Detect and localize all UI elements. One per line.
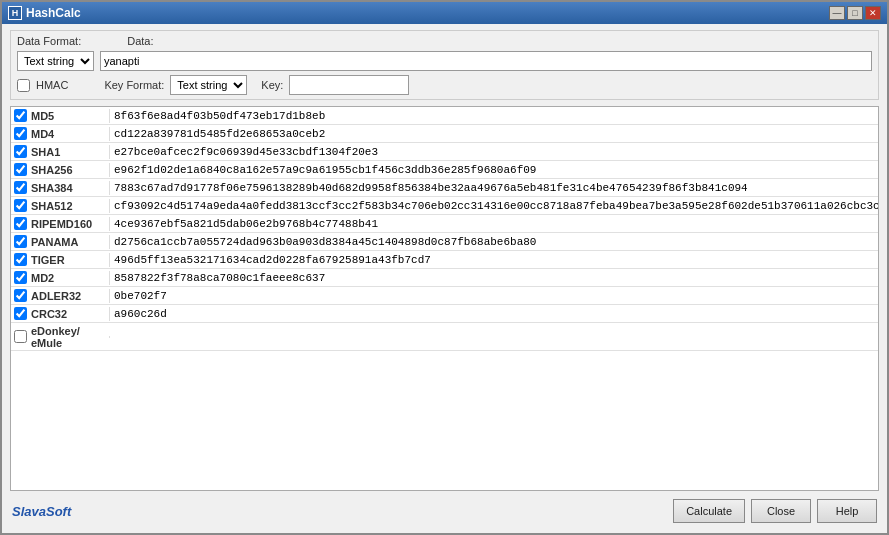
data-input[interactable] <box>100 51 872 71</box>
table-row: CRC32 a960c26d <box>11 305 878 323</box>
calculate-button[interactable]: Calculate <box>673 499 745 523</box>
sha512-value: cf93092c4d5174a9eda4a0fedd3813ccf3cc2f58… <box>109 199 878 213</box>
md5-checkbox[interactable] <box>14 109 27 122</box>
main-content: Data Format: Data: Text string Hex strin… <box>2 24 887 533</box>
sha1-value: e27bce0afcec2f9c06939d45e33cbdf1304f20e3 <box>109 145 878 159</box>
help-button[interactable]: Help <box>817 499 877 523</box>
sha512-label: SHA512 <box>29 200 109 212</box>
table-row: SHA1 e27bce0afcec2f9c06939d45e33cbdf1304… <box>11 143 878 161</box>
ripemd160-label: RIPEMD160 <box>29 218 109 230</box>
hash-results-table: MD5 8f63f6e8ad4f03b50df473eb17d1b8eb MD4… <box>10 106 879 491</box>
app-icon: H <box>8 6 22 20</box>
emule-value <box>109 336 878 338</box>
key-label: Key: <box>261 79 283 91</box>
md5-value: 8f63f6e8ad4f03b50df473eb17d1b8eb <box>109 109 878 123</box>
sha256-checkbox[interactable] <box>14 163 27 176</box>
window-title: HashCalc <box>26 6 81 20</box>
adler32-value: 0be702f7 <box>109 289 878 303</box>
hmac-label: HMAC <box>36 79 68 91</box>
panama-label: PANAMA <box>29 236 109 248</box>
ripemd160-checkbox-cell <box>11 217 29 230</box>
emule-checkbox-cell <box>11 330 29 343</box>
table-row: PANAMA d2756ca1ccb7a055724dad963b0a903d8… <box>11 233 878 251</box>
sha256-label: SHA256 <box>29 164 109 176</box>
table-row: SHA512 cf93092c4d5174a9eda4a0fedd3813ccf… <box>11 197 878 215</box>
crc32-label: CRC32 <box>29 308 109 320</box>
table-row: MD2 8587822f3f78a8ca7080c1faeee8c637 <box>11 269 878 287</box>
config-section: Data Format: Data: Text string Hex strin… <box>10 30 879 100</box>
footer-buttons: Calculate Close Help <box>673 499 877 523</box>
adler32-label: ADLER32 <box>29 290 109 302</box>
table-row: MD4 cd122a839781d5485fd2e68653a0ceb2 <box>11 125 878 143</box>
titlebar-controls: — □ ✕ <box>829 6 881 20</box>
brand-label: SlavaSoft <box>12 504 71 519</box>
titlebar-left: H HashCalc <box>8 6 81 20</box>
minimize-button[interactable]: — <box>829 6 845 20</box>
md4-checkbox[interactable] <box>14 127 27 140</box>
sha384-label: SHA384 <box>29 182 109 194</box>
close-button[interactable]: Close <box>751 499 811 523</box>
data-format-dropdown[interactable]: Text string Hex string File <box>17 51 94 71</box>
footer: SlavaSoft Calculate Close Help <box>10 495 879 527</box>
data-label: Data: <box>127 35 153 47</box>
crc32-checkbox-cell <box>11 307 29 320</box>
table-row: SHA256 e962f1d02de1a6840c8a162e57a9c9a61… <box>11 161 878 179</box>
titlebar: H HashCalc — □ ✕ <box>2 2 887 24</box>
panama-checkbox-cell <box>11 235 29 248</box>
md5-label: MD5 <box>29 110 109 122</box>
crc32-checkbox[interactable] <box>14 307 27 320</box>
table-row: SHA384 7883c67ad7d91778f06e7596138289b40… <box>11 179 878 197</box>
key-format-dropdown[interactable]: Text string Hex string <box>170 75 247 95</box>
tiger-checkbox-cell <box>11 253 29 266</box>
close-window-button[interactable]: ✕ <box>865 6 881 20</box>
main-window: H HashCalc — □ ✕ Data Format: Data: Text… <box>0 0 889 535</box>
md5-checkbox-cell <box>11 109 29 122</box>
emule-label: eDonkey/ eMule <box>29 325 109 349</box>
panama-value: d2756ca1ccb7a055724dad963b0a903d8384a45c… <box>109 235 878 249</box>
md2-value: 8587822f3f78a8ca7080c1faeee8c637 <box>109 271 878 285</box>
tiger-value: 496d5ff13ea532171634cad2d0228fa67925891a… <box>109 253 878 267</box>
key-format-label: Key Format: <box>104 79 164 91</box>
hmac-row: HMAC Key Format: Text string Hex string … <box>17 75 872 95</box>
ripemd160-checkbox[interactable] <box>14 217 27 230</box>
sha1-label: SHA1 <box>29 146 109 158</box>
key-input[interactable] <box>289 75 409 95</box>
sha384-value: 7883c67ad7d91778f06e7596138289b40d682d99… <box>109 181 878 195</box>
sha1-checkbox[interactable] <box>14 145 27 158</box>
adler32-checkbox-cell <box>11 289 29 302</box>
sha256-checkbox-cell <box>11 163 29 176</box>
table-row: RIPEMD160 4ce9367ebf5a821d5dab06e2b9768b… <box>11 215 878 233</box>
table-row: eDonkey/ eMule <box>11 323 878 351</box>
data-input-row: Text string Hex string File <box>17 51 872 71</box>
sha384-checkbox-cell <box>11 181 29 194</box>
hmac-checkbox[interactable] <box>17 79 30 92</box>
md2-checkbox[interactable] <box>14 271 27 284</box>
tiger-checkbox[interactable] <box>14 253 27 266</box>
sha256-value: e962f1d02de1a6840c8a162e57a9c9a61955cb1f… <box>109 163 878 177</box>
md2-label: MD2 <box>29 272 109 284</box>
sha512-checkbox-cell <box>11 199 29 212</box>
tiger-label: TIGER <box>29 254 109 266</box>
table-row: TIGER 496d5ff13ea532171634cad2d0228fa679… <box>11 251 878 269</box>
ripemd160-value: 4ce9367ebf5a821d5dab06e2b9768b4c77488b41 <box>109 217 878 231</box>
table-row: ADLER32 0be702f7 <box>11 287 878 305</box>
sha512-checkbox[interactable] <box>14 199 27 212</box>
md4-checkbox-cell <box>11 127 29 140</box>
md4-label: MD4 <box>29 128 109 140</box>
data-format-row: Data Format: Data: <box>17 35 872 47</box>
sha384-checkbox[interactable] <box>14 181 27 194</box>
crc32-value: a960c26d <box>109 307 878 321</box>
emule-checkbox[interactable] <box>14 330 27 343</box>
maximize-button[interactable]: □ <box>847 6 863 20</box>
data-format-label: Data Format: <box>17 35 81 47</box>
adler32-checkbox[interactable] <box>14 289 27 302</box>
table-row: MD5 8f63f6e8ad4f03b50df473eb17d1b8eb <box>11 107 878 125</box>
md2-checkbox-cell <box>11 271 29 284</box>
sha1-checkbox-cell <box>11 145 29 158</box>
panama-checkbox[interactable] <box>14 235 27 248</box>
md4-value: cd122a839781d5485fd2e68653a0ceb2 <box>109 127 878 141</box>
